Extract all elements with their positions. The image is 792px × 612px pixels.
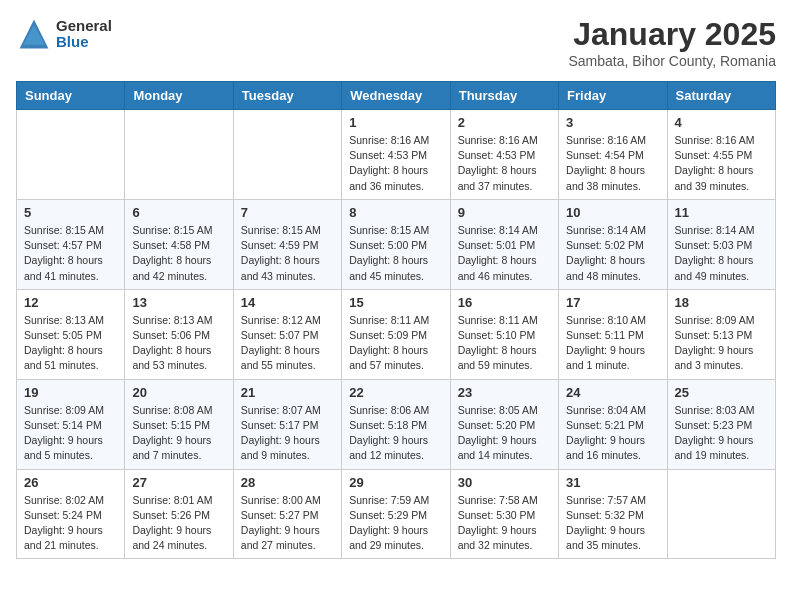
weekday-header-tuesday: Tuesday bbox=[233, 82, 341, 110]
cell-text: Sunrise: 8:10 AM Sunset: 5:11 PM Dayligh… bbox=[566, 313, 659, 374]
calendar-cell: 12Sunrise: 8:13 AM Sunset: 5:05 PM Dayli… bbox=[17, 289, 125, 379]
logo-blue: Blue bbox=[56, 34, 112, 51]
day-number: 17 bbox=[566, 295, 659, 310]
cell-content-day-28: 28Sunrise: 8:00 AM Sunset: 5:27 PM Dayli… bbox=[241, 475, 334, 554]
calendar-cell: 1Sunrise: 8:16 AM Sunset: 4:53 PM Daylig… bbox=[342, 110, 450, 200]
cell-text: Sunrise: 7:57 AM Sunset: 5:32 PM Dayligh… bbox=[566, 493, 659, 554]
day-number: 31 bbox=[566, 475, 659, 490]
weekday-header-monday: Monday bbox=[125, 82, 233, 110]
cell-content-day-10: 10Sunrise: 8:14 AM Sunset: 5:02 PM Dayli… bbox=[566, 205, 659, 284]
day-number: 21 bbox=[241, 385, 334, 400]
calendar-cell: 11Sunrise: 8:14 AM Sunset: 5:03 PM Dayli… bbox=[667, 199, 775, 289]
cell-content-day-5: 5Sunrise: 8:15 AM Sunset: 4:57 PM Daylig… bbox=[24, 205, 117, 284]
day-number: 10 bbox=[566, 205, 659, 220]
day-number: 27 bbox=[132, 475, 225, 490]
cell-content-day-26: 26Sunrise: 8:02 AM Sunset: 5:24 PM Dayli… bbox=[24, 475, 117, 554]
cell-content-day-17: 17Sunrise: 8:10 AM Sunset: 5:11 PM Dayli… bbox=[566, 295, 659, 374]
cell-text: Sunrise: 8:15 AM Sunset: 4:57 PM Dayligh… bbox=[24, 223, 117, 284]
calendar-cell: 23Sunrise: 8:05 AM Sunset: 5:20 PM Dayli… bbox=[450, 379, 558, 469]
calendar-cell: 22Sunrise: 8:06 AM Sunset: 5:18 PM Dayli… bbox=[342, 379, 450, 469]
calendar-cell: 31Sunrise: 7:57 AM Sunset: 5:32 PM Dayli… bbox=[559, 469, 667, 559]
cell-text: Sunrise: 8:14 AM Sunset: 5:01 PM Dayligh… bbox=[458, 223, 551, 284]
week-row-2: 5Sunrise: 8:15 AM Sunset: 4:57 PM Daylig… bbox=[17, 199, 776, 289]
logo-icon bbox=[16, 16, 52, 52]
calendar-cell: 17Sunrise: 8:10 AM Sunset: 5:11 PM Dayli… bbox=[559, 289, 667, 379]
cell-content-day-20: 20Sunrise: 8:08 AM Sunset: 5:15 PM Dayli… bbox=[132, 385, 225, 464]
cell-content-day-25: 25Sunrise: 8:03 AM Sunset: 5:23 PM Dayli… bbox=[675, 385, 768, 464]
day-number: 30 bbox=[458, 475, 551, 490]
cell-content-day-18: 18Sunrise: 8:09 AM Sunset: 5:13 PM Dayli… bbox=[675, 295, 768, 374]
cell-text: Sunrise: 8:07 AM Sunset: 5:17 PM Dayligh… bbox=[241, 403, 334, 464]
day-number: 12 bbox=[24, 295, 117, 310]
cell-text: Sunrise: 8:16 AM Sunset: 4:55 PM Dayligh… bbox=[675, 133, 768, 194]
cell-text: Sunrise: 8:14 AM Sunset: 5:02 PM Dayligh… bbox=[566, 223, 659, 284]
page-header: General Blue January 2025 Sambata, Bihor… bbox=[16, 16, 776, 69]
day-number: 19 bbox=[24, 385, 117, 400]
calendar-subtitle: Sambata, Bihor County, Romania bbox=[568, 53, 776, 69]
calendar-cell: 16Sunrise: 8:11 AM Sunset: 5:10 PM Dayli… bbox=[450, 289, 558, 379]
cell-content-day-14: 14Sunrise: 8:12 AM Sunset: 5:07 PM Dayli… bbox=[241, 295, 334, 374]
day-number: 26 bbox=[24, 475, 117, 490]
cell-text: Sunrise: 8:15 AM Sunset: 4:59 PM Dayligh… bbox=[241, 223, 334, 284]
cell-text: Sunrise: 8:02 AM Sunset: 5:24 PM Dayligh… bbox=[24, 493, 117, 554]
logo: General Blue bbox=[16, 16, 112, 52]
calendar-cell: 13Sunrise: 8:13 AM Sunset: 5:06 PM Dayli… bbox=[125, 289, 233, 379]
cell-content-day-30: 30Sunrise: 7:58 AM Sunset: 5:30 PM Dayli… bbox=[458, 475, 551, 554]
calendar-cell: 21Sunrise: 8:07 AM Sunset: 5:17 PM Dayli… bbox=[233, 379, 341, 469]
day-number: 2 bbox=[458, 115, 551, 130]
calendar-cell: 18Sunrise: 8:09 AM Sunset: 5:13 PM Dayli… bbox=[667, 289, 775, 379]
calendar-cell: 14Sunrise: 8:12 AM Sunset: 5:07 PM Dayli… bbox=[233, 289, 341, 379]
cell-text: Sunrise: 8:05 AM Sunset: 5:20 PM Dayligh… bbox=[458, 403, 551, 464]
cell-text: Sunrise: 8:09 AM Sunset: 5:13 PM Dayligh… bbox=[675, 313, 768, 374]
cell-content-day-22: 22Sunrise: 8:06 AM Sunset: 5:18 PM Dayli… bbox=[349, 385, 442, 464]
cell-content-day-2: 2Sunrise: 8:16 AM Sunset: 4:53 PM Daylig… bbox=[458, 115, 551, 194]
day-number: 15 bbox=[349, 295, 442, 310]
calendar-cell: 27Sunrise: 8:01 AM Sunset: 5:26 PM Dayli… bbox=[125, 469, 233, 559]
day-number: 7 bbox=[241, 205, 334, 220]
cell-text: Sunrise: 8:06 AM Sunset: 5:18 PM Dayligh… bbox=[349, 403, 442, 464]
calendar-cell bbox=[125, 110, 233, 200]
day-number: 28 bbox=[241, 475, 334, 490]
day-number: 23 bbox=[458, 385, 551, 400]
day-number: 22 bbox=[349, 385, 442, 400]
weekday-header-thursday: Thursday bbox=[450, 82, 558, 110]
day-number: 20 bbox=[132, 385, 225, 400]
cell-content-day-15: 15Sunrise: 8:11 AM Sunset: 5:09 PM Dayli… bbox=[349, 295, 442, 374]
cell-content-day-19: 19Sunrise: 8:09 AM Sunset: 5:14 PM Dayli… bbox=[24, 385, 117, 464]
cell-content-day-24: 24Sunrise: 8:04 AM Sunset: 5:21 PM Dayli… bbox=[566, 385, 659, 464]
calendar-cell bbox=[17, 110, 125, 200]
cell-text: Sunrise: 8:09 AM Sunset: 5:14 PM Dayligh… bbox=[24, 403, 117, 464]
cell-content-day-9: 9Sunrise: 8:14 AM Sunset: 5:01 PM Daylig… bbox=[458, 205, 551, 284]
calendar-cell: 9Sunrise: 8:14 AM Sunset: 5:01 PM Daylig… bbox=[450, 199, 558, 289]
cell-content-day-6: 6Sunrise: 8:15 AM Sunset: 4:58 PM Daylig… bbox=[132, 205, 225, 284]
calendar-cell bbox=[667, 469, 775, 559]
day-number: 6 bbox=[132, 205, 225, 220]
cell-content-day-1: 1Sunrise: 8:16 AM Sunset: 4:53 PM Daylig… bbox=[349, 115, 442, 194]
day-number: 8 bbox=[349, 205, 442, 220]
day-number: 14 bbox=[241, 295, 334, 310]
cell-text: Sunrise: 8:15 AM Sunset: 5:00 PM Dayligh… bbox=[349, 223, 442, 284]
week-row-4: 19Sunrise: 8:09 AM Sunset: 5:14 PM Dayli… bbox=[17, 379, 776, 469]
calendar-cell: 30Sunrise: 7:58 AM Sunset: 5:30 PM Dayli… bbox=[450, 469, 558, 559]
cell-content-day-7: 7Sunrise: 8:15 AM Sunset: 4:59 PM Daylig… bbox=[241, 205, 334, 284]
cell-text: Sunrise: 8:03 AM Sunset: 5:23 PM Dayligh… bbox=[675, 403, 768, 464]
calendar-cell bbox=[233, 110, 341, 200]
cell-text: Sunrise: 7:59 AM Sunset: 5:29 PM Dayligh… bbox=[349, 493, 442, 554]
day-number: 5 bbox=[24, 205, 117, 220]
day-number: 9 bbox=[458, 205, 551, 220]
cell-text: Sunrise: 8:12 AM Sunset: 5:07 PM Dayligh… bbox=[241, 313, 334, 374]
weekday-header-friday: Friday bbox=[559, 82, 667, 110]
cell-content-day-11: 11Sunrise: 8:14 AM Sunset: 5:03 PM Dayli… bbox=[675, 205, 768, 284]
calendar-cell: 8Sunrise: 8:15 AM Sunset: 5:00 PM Daylig… bbox=[342, 199, 450, 289]
calendar-cell: 28Sunrise: 8:00 AM Sunset: 5:27 PM Dayli… bbox=[233, 469, 341, 559]
week-row-3: 12Sunrise: 8:13 AM Sunset: 5:05 PM Dayli… bbox=[17, 289, 776, 379]
cell-content-day-27: 27Sunrise: 8:01 AM Sunset: 5:26 PM Dayli… bbox=[132, 475, 225, 554]
cell-text: Sunrise: 8:08 AM Sunset: 5:15 PM Dayligh… bbox=[132, 403, 225, 464]
day-number: 29 bbox=[349, 475, 442, 490]
calendar-cell: 25Sunrise: 8:03 AM Sunset: 5:23 PM Dayli… bbox=[667, 379, 775, 469]
cell-text: Sunrise: 7:58 AM Sunset: 5:30 PM Dayligh… bbox=[458, 493, 551, 554]
calendar-cell: 20Sunrise: 8:08 AM Sunset: 5:15 PM Dayli… bbox=[125, 379, 233, 469]
cell-content-day-16: 16Sunrise: 8:11 AM Sunset: 5:10 PM Dayli… bbox=[458, 295, 551, 374]
cell-text: Sunrise: 8:16 AM Sunset: 4:53 PM Dayligh… bbox=[349, 133, 442, 194]
weekday-header-saturday: Saturday bbox=[667, 82, 775, 110]
